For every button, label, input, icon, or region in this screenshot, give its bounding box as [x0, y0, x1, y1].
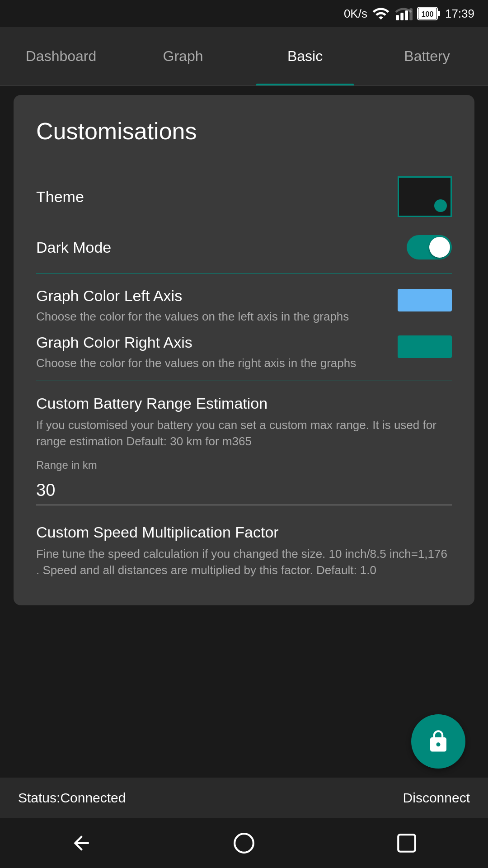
nav-recent-button[interactable]: [391, 827, 422, 859]
battery-range-input-label: Range in km: [36, 459, 452, 472]
network-speed: 0K/s: [344, 7, 367, 21]
connection-status: Status:Connected: [18, 790, 126, 806]
theme-preview-dot: [434, 199, 447, 212]
graph-color-right-description: Choose the color for the values on the r…: [36, 355, 389, 371]
custom-battery-section: Custom Battery Range Estimation If you c…: [36, 386, 452, 514]
custom-speed-section: Custom Speed Multiplication Factor Fine …: [36, 514, 452, 588]
lock-icon: [426, 729, 450, 754]
svg-rect-6: [437, 11, 440, 16]
battery-range-input-container: Range in km: [36, 459, 452, 505]
nav-home-button[interactable]: [228, 827, 260, 859]
dark-mode-label: Dark Mode: [36, 239, 407, 256]
nav-back-button[interactable]: [66, 827, 97, 859]
customisations-card: Customisations Theme Dark Mode Graph Col…: [14, 95, 474, 605]
custom-battery-description: If you customised your battery you can s…: [36, 417, 452, 450]
svg-point-8: [235, 834, 253, 853]
svg-rect-0: [396, 15, 399, 20]
graph-color-left-swatch[interactable]: [398, 289, 452, 311]
graph-color-left-setting-row: Graph Color Left Axis Choose the color f…: [36, 278, 452, 329]
svg-rect-1: [400, 13, 404, 20]
main-content: Customisations Theme Dark Mode Graph Col…: [0, 86, 488, 778]
home-icon: [233, 832, 255, 854]
theme-setting-row: Theme: [36, 167, 452, 226]
divider-2: [36, 381, 452, 381]
theme-preview[interactable]: [398, 176, 452, 217]
clock: 17:39: [445, 7, 474, 21]
tab-battery[interactable]: Battery: [366, 27, 488, 85]
divider-1: [36, 273, 452, 274]
graph-color-right-setting-row: Graph Color Right Axis Choose the color …: [36, 329, 452, 376]
graph-color-right-content: Graph Color Right Axis Choose the color …: [36, 334, 389, 371]
disconnect-button[interactable]: Disconnect: [403, 790, 470, 806]
svg-rect-3: [409, 8, 413, 20]
dark-mode-setting-row: Dark Mode: [36, 226, 452, 269]
status-bar: 0K/s 100 17:39: [0, 0, 488, 27]
graph-color-right-label: Graph Color Right Axis: [36, 334, 389, 351]
custom-speed-label: Custom Speed Multiplication Factor: [36, 524, 452, 541]
signal-icon: [394, 5, 413, 23]
tab-graph[interactable]: Graph: [122, 27, 244, 85]
bottom-status-bar: Status:Connected Disconnect: [0, 778, 488, 818]
back-icon: [70, 832, 93, 854]
theme-label: Theme: [36, 188, 398, 206]
recent-icon: [395, 832, 418, 854]
tab-basic[interactable]: Basic: [244, 27, 366, 85]
graph-color-left-label: Graph Color Left Axis: [36, 287, 389, 305]
svg-text:100: 100: [422, 10, 434, 18]
dark-mode-content: Dark Mode: [36, 239, 407, 256]
lock-fab[interactable]: [411, 714, 465, 769]
toggle-knob: [429, 237, 450, 258]
tab-bar: Dashboard Graph Basic Battery: [0, 27, 488, 86]
battery-range-input[interactable]: [36, 476, 452, 505]
custom-battery-label: Custom Battery Range Estimation: [36, 395, 452, 412]
dark-mode-toggle[interactable]: [407, 235, 452, 259]
svg-rect-2: [405, 10, 408, 20]
wifi-icon: [372, 5, 390, 23]
tab-dashboard[interactable]: Dashboard: [0, 27, 122, 85]
graph-color-left-content: Graph Color Left Axis Choose the color f…: [36, 287, 389, 325]
graph-color-right-swatch[interactable]: [398, 335, 452, 358]
nav-bar: [0, 818, 488, 868]
card-title: Customisations: [36, 118, 452, 145]
theme-setting-content: Theme: [36, 188, 398, 206]
battery-icon: 100: [417, 7, 441, 20]
svg-rect-9: [398, 835, 415, 852]
graph-color-left-description: Choose the color for the values on the l…: [36, 308, 389, 325]
status-icons: 0K/s 100 17:39: [344, 5, 474, 23]
custom-speed-description: Fine tune the speed calculation if you c…: [36, 546, 452, 579]
